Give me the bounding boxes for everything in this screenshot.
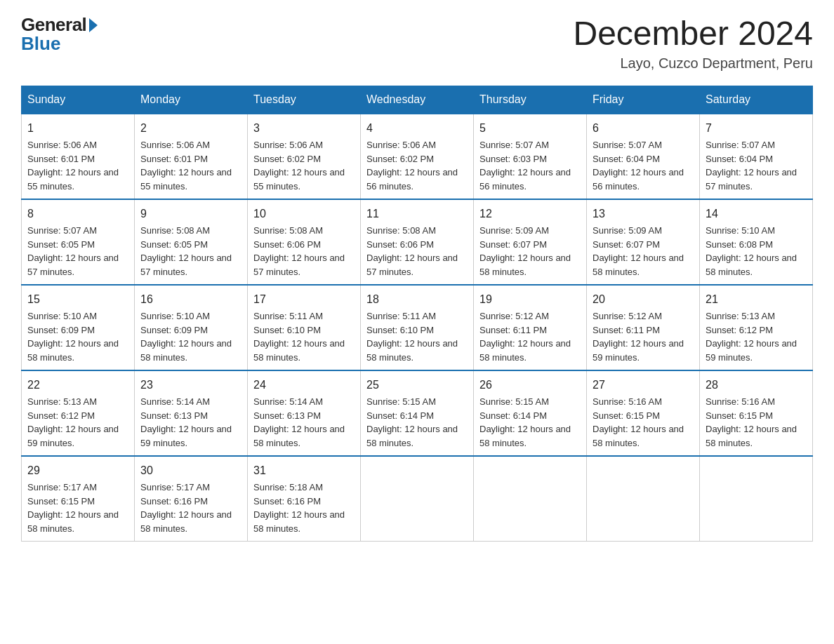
day-info: Sunrise: 5:12 AMSunset: 6:11 PMDaylight:…: [479, 311, 571, 363]
calendar-week-4: 22 Sunrise: 5:13 AMSunset: 6:12 PMDaylig…: [22, 370, 813, 456]
day-number: 12: [479, 206, 581, 222]
calendar-cell: 30 Sunrise: 5:17 AMSunset: 6:16 PMDaylig…: [135, 456, 248, 542]
day-info: Sunrise: 5:13 AMSunset: 6:12 PMDaylight:…: [27, 396, 119, 448]
day-number: 28: [706, 377, 807, 394]
calendar-cell: 13 Sunrise: 5:09 AMSunset: 6:07 PMDaylig…: [587, 199, 700, 285]
day-number: 16: [140, 291, 241, 308]
day-info: Sunrise: 5:07 AMSunset: 6:04 PMDaylight:…: [593, 140, 684, 192]
header-saturday: Saturday: [700, 86, 813, 114]
day-info: Sunrise: 5:15 AMSunset: 6:14 PMDaylight:…: [479, 396, 571, 448]
calendar-cell: 8 Sunrise: 5:07 AMSunset: 6:05 PMDayligh…: [22, 199, 135, 285]
day-number: 25: [366, 377, 468, 394]
day-number: 20: [593, 291, 694, 308]
calendar-cell: 5 Sunrise: 5:07 AMSunset: 6:03 PMDayligh…: [474, 114, 587, 199]
calendar-cell: 16 Sunrise: 5:10 AMSunset: 6:09 PMDaylig…: [135, 285, 248, 370]
calendar-cell: 6 Sunrise: 5:07 AMSunset: 6:04 PMDayligh…: [587, 114, 700, 199]
calendar-cell: 4 Sunrise: 5:06 AMSunset: 6:02 PMDayligh…: [361, 114, 474, 199]
day-info: Sunrise: 5:16 AMSunset: 6:15 PMDaylight:…: [593, 396, 684, 448]
day-info: Sunrise: 5:06 AMSunset: 6:01 PMDaylight:…: [140, 140, 232, 192]
day-info: Sunrise: 5:17 AMSunset: 6:15 PMDaylight:…: [27, 482, 119, 534]
day-info: Sunrise: 5:14 AMSunset: 6:13 PMDaylight:…: [253, 396, 345, 448]
day-number: 30: [140, 462, 241, 479]
header-sunday: Sunday: [22, 86, 135, 114]
calendar-cell: 15 Sunrise: 5:10 AMSunset: 6:09 PMDaylig…: [22, 285, 135, 370]
logo-blue-text: Blue: [21, 33, 60, 55]
day-number: 21: [706, 291, 807, 308]
calendar-cell: [361, 456, 474, 542]
day-number: 15: [27, 291, 128, 308]
calendar-cell: 28 Sunrise: 5:16 AMSunset: 6:15 PMDaylig…: [700, 370, 813, 456]
calendar-cell: 23 Sunrise: 5:14 AMSunset: 6:13 PMDaylig…: [135, 370, 248, 456]
day-number: 18: [366, 291, 468, 308]
day-info: Sunrise: 5:11 AMSunset: 6:10 PMDaylight:…: [366, 311, 458, 363]
day-info: Sunrise: 5:15 AMSunset: 6:14 PMDaylight:…: [366, 396, 458, 448]
calendar-cell: 29 Sunrise: 5:17 AMSunset: 6:15 PMDaylig…: [22, 456, 135, 542]
calendar-cell: 10 Sunrise: 5:08 AMSunset: 6:06 PMDaylig…: [248, 199, 361, 285]
calendar-cell: 26 Sunrise: 5:15 AMSunset: 6:14 PMDaylig…: [474, 370, 587, 456]
day-number: 24: [253, 377, 355, 394]
header-thursday: Thursday: [474, 86, 587, 114]
day-number: 5: [479, 120, 581, 137]
day-number: 26: [479, 377, 581, 394]
day-info: Sunrise: 5:09 AMSunset: 6:07 PMDaylight:…: [593, 225, 684, 277]
calendar-cell: 17 Sunrise: 5:11 AMSunset: 6:10 PMDaylig…: [248, 285, 361, 370]
day-number: 7: [706, 120, 807, 137]
day-info: Sunrise: 5:10 AMSunset: 6:08 PMDaylight:…: [706, 225, 797, 277]
day-info: Sunrise: 5:07 AMSunset: 6:04 PMDaylight:…: [706, 140, 797, 192]
day-number: 11: [366, 206, 468, 222]
day-info: Sunrise: 5:06 AMSunset: 6:01 PMDaylight:…: [27, 140, 119, 192]
calendar-cell: [587, 456, 700, 542]
day-number: 10: [253, 206, 355, 222]
day-info: Sunrise: 5:09 AMSunset: 6:07 PMDaylight:…: [479, 225, 571, 277]
header-friday: Friday: [587, 86, 700, 114]
day-info: Sunrise: 5:08 AMSunset: 6:06 PMDaylight:…: [366, 225, 458, 277]
day-number: 6: [593, 120, 694, 137]
calendar-cell: 19 Sunrise: 5:12 AMSunset: 6:11 PMDaylig…: [474, 285, 587, 370]
day-info: Sunrise: 5:11 AMSunset: 6:10 PMDaylight:…: [253, 311, 345, 363]
day-number: 27: [593, 377, 694, 394]
day-info: Sunrise: 5:14 AMSunset: 6:13 PMDaylight:…: [140, 396, 232, 448]
logo: General Blue: [21, 14, 98, 55]
calendar-cell: 1 Sunrise: 5:06 AMSunset: 6:01 PMDayligh…: [22, 114, 135, 199]
calendar-cell: 2 Sunrise: 5:06 AMSunset: 6:01 PMDayligh…: [135, 114, 248, 199]
day-info: Sunrise: 5:08 AMSunset: 6:06 PMDaylight:…: [253, 225, 345, 277]
calendar-cell: 20 Sunrise: 5:12 AMSunset: 6:11 PMDaylig…: [587, 285, 700, 370]
day-number: 17: [253, 291, 355, 308]
calendar-cell: 24 Sunrise: 5:14 AMSunset: 6:13 PMDaylig…: [248, 370, 361, 456]
day-info: Sunrise: 5:07 AMSunset: 6:03 PMDaylight:…: [479, 140, 571, 192]
calendar-week-2: 8 Sunrise: 5:07 AMSunset: 6:05 PMDayligh…: [22, 199, 813, 285]
calendar-cell: 22 Sunrise: 5:13 AMSunset: 6:12 PMDaylig…: [22, 370, 135, 456]
day-info: Sunrise: 5:10 AMSunset: 6:09 PMDaylight:…: [27, 311, 119, 363]
calendar-week-3: 15 Sunrise: 5:10 AMSunset: 6:09 PMDaylig…: [22, 285, 813, 370]
calendar-subtitle: Layo, Cuzco Department, Peru: [573, 55, 813, 72]
calendar-cell: 7 Sunrise: 5:07 AMSunset: 6:04 PMDayligh…: [700, 114, 813, 199]
calendar-table: SundayMondayTuesdayWednesdayThursdayFrid…: [21, 86, 813, 542]
calendar-cell: 27 Sunrise: 5:16 AMSunset: 6:15 PMDaylig…: [587, 370, 700, 456]
calendar-cell: 9 Sunrise: 5:08 AMSunset: 6:05 PMDayligh…: [135, 199, 248, 285]
calendar-title: December 2024: [573, 14, 813, 53]
header-monday: Monday: [135, 86, 248, 114]
calendar-cell: 21 Sunrise: 5:13 AMSunset: 6:12 PMDaylig…: [700, 285, 813, 370]
day-number: 4: [366, 120, 468, 137]
title-section: December 2024 Layo, Cuzco Department, Pe…: [573, 14, 813, 72]
day-number: 14: [706, 206, 807, 222]
day-info: Sunrise: 5:06 AMSunset: 6:02 PMDaylight:…: [253, 140, 345, 192]
day-number: 13: [593, 206, 694, 222]
day-info: Sunrise: 5:17 AMSunset: 6:16 PMDaylight:…: [140, 482, 232, 534]
day-info: Sunrise: 5:10 AMSunset: 6:09 PMDaylight:…: [140, 311, 232, 363]
day-info: Sunrise: 5:08 AMSunset: 6:05 PMDaylight:…: [140, 225, 232, 277]
calendar-week-1: 1 Sunrise: 5:06 AMSunset: 6:01 PMDayligh…: [22, 114, 813, 199]
day-info: Sunrise: 5:07 AMSunset: 6:05 PMDaylight:…: [27, 225, 119, 277]
calendar-cell: 31 Sunrise: 5:18 AMSunset: 6:16 PMDaylig…: [248, 456, 361, 542]
day-number: 8: [27, 206, 128, 222]
day-info: Sunrise: 5:13 AMSunset: 6:12 PMDaylight:…: [706, 311, 797, 363]
day-number: 2: [140, 120, 241, 137]
day-number: 31: [253, 462, 355, 479]
day-number: 3: [253, 120, 355, 137]
day-number: 29: [27, 462, 128, 479]
day-number: 22: [27, 377, 128, 394]
calendar-cell: 11 Sunrise: 5:08 AMSunset: 6:06 PMDaylig…: [361, 199, 474, 285]
day-number: 1: [27, 120, 128, 137]
page-header: General Blue December 2024 Layo, Cuzco D…: [21, 14, 813, 72]
day-number: 23: [140, 377, 241, 394]
